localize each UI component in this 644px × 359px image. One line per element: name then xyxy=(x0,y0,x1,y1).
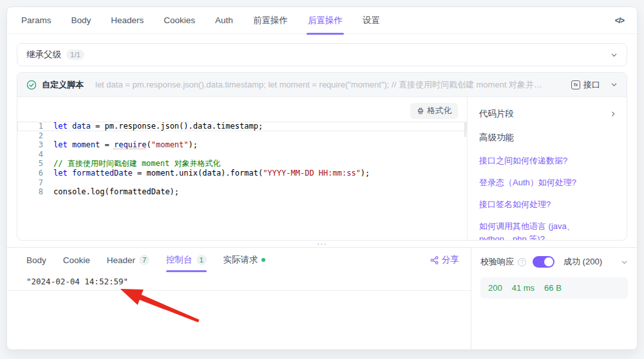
code-line[interactable]: 4 xyxy=(17,150,467,160)
validate-response-label: 校验响应 xyxy=(480,256,514,268)
response-panel: Body Cookie Header 7 控制台 1 实际请求 xyxy=(7,247,637,349)
help-link-other-languages[interactable]: 如何调用其他语言 (java、python、php 等)? xyxy=(479,220,608,241)
response-metrics: 200 41 ms 66 B xyxy=(480,277,628,299)
code-snippets-item[interactable]: 代码片段 xyxy=(479,108,616,120)
script-preview-text: let data = pm.response.json().data.times… xyxy=(95,79,560,91)
code-line[interactable]: 3 let moment = require("moment"); xyxy=(17,140,467,150)
format-broom-icon xyxy=(417,107,424,115)
chevron-down-icon[interactable] xyxy=(611,51,618,59)
validate-status-text: 成功 (200) xyxy=(564,256,602,268)
chevron-right-icon xyxy=(610,111,616,117)
post-operations-content: 继承父级 1/1 自定义脚本 let data = pm.response.js… xyxy=(7,34,637,241)
response-time: 41 ms xyxy=(512,283,535,293)
inherit-parent-label: 继承父级 xyxy=(26,49,61,60)
console-count-badge: 1 xyxy=(196,255,207,265)
tab-body[interactable]: Body xyxy=(70,7,93,34)
tab-console[interactable]: 控制台 1 xyxy=(166,248,207,272)
console-output[interactable]: "2024-02-04 14:52:59" xyxy=(7,272,471,349)
tab-cookies[interactable]: Cookies xyxy=(162,7,196,34)
chevron-down-icon[interactable] xyxy=(611,81,618,88)
code-line[interactable]: 2 xyxy=(17,131,467,141)
tab-response-cookie[interactable]: Cookie xyxy=(63,248,90,272)
tab-auth[interactable]: Auth xyxy=(214,7,234,34)
response-size: 66 B xyxy=(544,283,562,293)
code-line[interactable]: 8 console.log(formattedDate); xyxy=(17,187,467,197)
help-link-auth[interactable]: 登录态（Auth）如何处理? xyxy=(479,176,608,189)
share-button[interactable]: 分享 xyxy=(430,254,459,266)
inherit-parent-section[interactable]: 继承父级 1/1 xyxy=(17,43,627,66)
custom-script-section: 自定义脚本 let data = pm.response.json().data… xyxy=(17,72,627,241)
response-tab-bar: Body Cookie Header 7 控制台 1 实际请求 xyxy=(7,248,471,272)
header-count-badge: 7 xyxy=(139,255,149,265)
code-line[interactable]: 7 xyxy=(17,178,467,188)
code-snippets-label: 代码片段 xyxy=(479,108,514,120)
request-tab-bar: Params Body Headers Cookies Auth 前置操作 后置… xyxy=(7,7,637,34)
format-button[interactable]: 格式化 xyxy=(410,103,459,119)
tab-pre-operations[interactable]: 前置操作 xyxy=(252,7,289,34)
format-button-label: 格式化 xyxy=(428,106,452,116)
request-editor-window: Params Body Headers Cookies Auth 前置操作 后置… xyxy=(6,6,638,350)
status-code: 200 xyxy=(488,283,502,293)
validate-response-panel: 校验响应 ? 成功 (200) 200 41 ms 66 B xyxy=(471,248,637,349)
inherit-count-badge: 1/1 xyxy=(66,50,84,60)
tab-response-body[interactable]: Body xyxy=(26,248,46,272)
api-scope-icon: fx xyxy=(571,80,580,89)
validate-response-toggle[interactable] xyxy=(533,256,554,268)
code-line[interactable]: 1 let data = pm.response.json().data.tim… xyxy=(17,122,467,131)
actual-request-dot xyxy=(261,258,265,262)
console-log-row: "2024-02-04 14:52:59" xyxy=(7,272,471,291)
chevron-down-icon[interactable] xyxy=(621,259,628,266)
tab-settings[interactable]: 设置 xyxy=(361,7,381,34)
advanced-features-label: 高级功能 xyxy=(479,132,616,143)
script-code-editor[interactable]: 格式化 1 let data = pm.response.json().data… xyxy=(17,97,467,240)
tab-headers[interactable]: Headers xyxy=(109,7,145,34)
code-line[interactable]: 6 let formattedDate = moment.unix(data).… xyxy=(17,169,467,178)
help-link-signature[interactable]: 接口签名如何处理? xyxy=(479,198,608,211)
code-line[interactable]: 5 // 直接使用时间戳创建 moment 对象并格式化 xyxy=(17,159,467,169)
help-link-pass-data[interactable]: 接口之间如何传递数据? xyxy=(479,154,608,167)
editor-scrollbar[interactable] xyxy=(464,122,466,137)
panel-resize-handle[interactable]: ··· xyxy=(7,241,637,247)
tab-post-operations[interactable]: 后置操作 xyxy=(307,7,344,34)
custom-script-title: 自定义脚本 xyxy=(42,79,84,91)
editor-help-sidebar: 代码片段 高级功能 接口之间如何传递数据? 登录态（Auth）如何处理? 接口签… xyxy=(468,97,627,240)
help-icon[interactable]: ? xyxy=(518,258,526,266)
custom-script-header[interactable]: 自定义脚本 let data = pm.response.json().data… xyxy=(17,73,627,97)
console-log-text: "2024-02-04 14:52:59" xyxy=(26,277,128,286)
code-view-icon[interactable]: </> xyxy=(615,16,624,25)
code-lines: 1 let data = pm.response.json().data.tim… xyxy=(17,122,467,197)
scope-chip[interactable]: fx 接口 xyxy=(571,79,600,91)
scope-label: 接口 xyxy=(583,79,600,91)
tab-response-header[interactable]: Header 7 xyxy=(107,248,149,272)
drag-dots-icon: ··· xyxy=(317,242,327,246)
check-circle-icon xyxy=(26,80,37,90)
tab-params[interactable]: Params xyxy=(20,7,53,34)
share-icon xyxy=(430,256,439,264)
tab-actual-request[interactable]: 实际请求 xyxy=(223,248,265,272)
share-label: 分享 xyxy=(442,254,459,266)
